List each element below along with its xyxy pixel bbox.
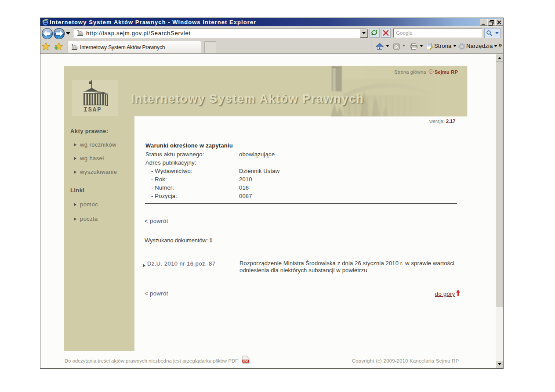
svg-text:PDF: PDF	[243, 360, 248, 363]
